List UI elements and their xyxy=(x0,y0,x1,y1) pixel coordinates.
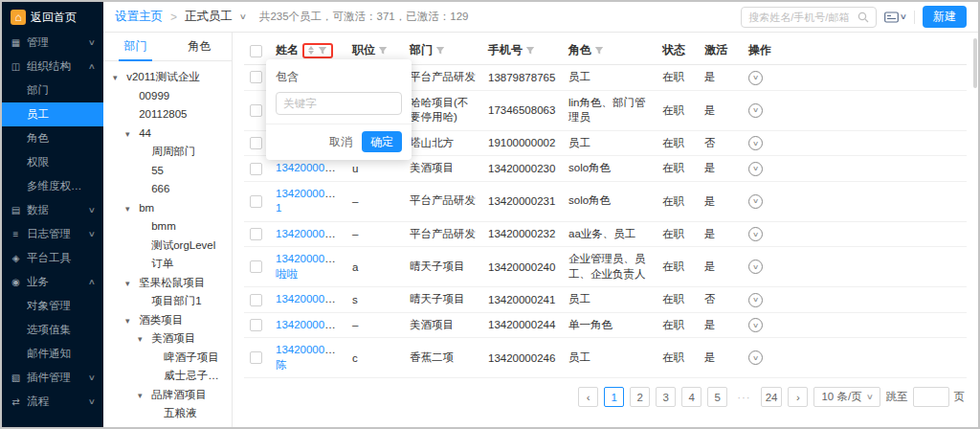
org-panel-tab[interactable]: 角色 xyxy=(167,33,232,60)
tree-caret-icon[interactable]: ▾ xyxy=(113,69,123,87)
chevron-down-icon[interactable]: ∨ xyxy=(239,12,247,21)
tree-node[interactable]: 测试orgLevel xyxy=(107,237,228,256)
back-home-link[interactable]: ⌂ 返回首页 xyxy=(2,4,103,31)
sidebar-item[interactable]: ▧ 插件管理 ∨ xyxy=(2,366,103,390)
sidebar-item[interactable]: 选项值集 xyxy=(2,318,103,342)
row-checkbox[interactable] xyxy=(250,260,262,273)
sidebar-item[interactable]: ◫ 组织结构 ∧ xyxy=(2,55,103,79)
row-actions-icon[interactable]: ∨ xyxy=(748,194,763,209)
employee-name-link[interactable]: 13420000241 xyxy=(276,293,343,305)
tree-node[interactable]: ▾ bm xyxy=(107,199,228,218)
filter-icon[interactable] xyxy=(435,46,445,56)
row-checkbox[interactable] xyxy=(250,71,262,83)
page-button[interactable]: ··· xyxy=(733,387,755,407)
row-actions-icon[interactable]: ∨ xyxy=(748,162,763,176)
page-button[interactable]: 2 xyxy=(630,387,650,407)
tree-caret-icon[interactable]: ▾ xyxy=(125,275,136,293)
sidebar-item[interactable]: ≡ 日志管理 ∨ xyxy=(2,222,103,246)
row-actions-icon[interactable]: ∨ xyxy=(748,260,763,274)
tree-caret-icon[interactable]: ▾ xyxy=(125,125,136,144)
sidebar-item[interactable]: 部门 xyxy=(2,79,103,102)
page-button[interactable]: 24 xyxy=(761,387,783,407)
tree-node[interactable]: ▾ 美酒项目 xyxy=(107,329,228,349)
employee-name-link[interactable]: 13420000246陈 xyxy=(276,344,343,371)
page-button[interactable]: 4 xyxy=(681,387,702,407)
tree-node[interactable]: ▾ v2011测试企业 xyxy=(107,68,228,87)
tree-caret-icon[interactable]: ▾ xyxy=(138,387,148,405)
column-header-role[interactable]: 角色 xyxy=(568,42,591,58)
row-actions-icon[interactable]: ∨ xyxy=(748,227,763,241)
column-header-name[interactable]: 姓名 xyxy=(276,42,299,58)
search-input[interactable] xyxy=(748,11,854,23)
tree-node[interactable]: 00999 xyxy=(107,87,228,106)
tree-node[interactable]: ▾ Lee xyxy=(107,423,228,428)
tree-node[interactable]: ▾ 坚果松鼠项目 xyxy=(107,274,228,293)
row-actions-icon[interactable]: ∨ xyxy=(748,318,763,332)
create-button[interactable]: 新建 xyxy=(923,6,967,28)
row-actions-icon[interactable]: ∨ xyxy=(748,136,763,150)
employee-name-link[interactable]: 13420000232 xyxy=(276,228,343,239)
page-size-select[interactable]: 10 条/页 ∨ xyxy=(813,387,880,407)
column-header-phone[interactable]: 手机号 xyxy=(488,42,523,58)
tree-node[interactable]: 55 xyxy=(107,162,228,181)
sort-icon[interactable] xyxy=(308,46,314,55)
org-panel-tab[interactable]: 部门 xyxy=(103,33,167,60)
tree-node[interactable]: ▾ 酒类项目 xyxy=(107,311,228,330)
sidebar-item[interactable]: ▤ 数据 ∨ xyxy=(2,198,103,222)
tree-node[interactable]: bmm xyxy=(107,217,228,237)
tree-node[interactable]: 订单 xyxy=(107,255,228,274)
tree-node[interactable]: 啤酒子项目 xyxy=(107,349,228,368)
tree-node[interactable]: 威士忌子项目 xyxy=(107,367,228,386)
tree-caret-icon[interactable]: ▾ xyxy=(125,424,136,428)
row-checkbox[interactable] xyxy=(250,195,262,208)
row-actions-icon[interactable]: ∨ xyxy=(748,103,763,118)
employee-name-link[interactable]: 13420000244 xyxy=(276,319,343,330)
row-actions-icon[interactable]: ∨ xyxy=(748,71,763,85)
sidebar-item[interactable]: 对象管理 xyxy=(2,294,103,318)
row-checkbox[interactable] xyxy=(250,351,262,364)
row-actions-icon[interactable]: ∨ xyxy=(748,293,763,307)
column-header-department[interactable]: 部门 xyxy=(410,42,433,58)
sidebar-item[interactable]: 权限 xyxy=(2,150,103,174)
tree-node[interactable]: ▾ 44 xyxy=(107,124,228,144)
breadcrumb-settings-home[interactable]: 设置主页 xyxy=(115,9,163,25)
sidebar-item[interactable]: 邮件通知 xyxy=(2,342,103,366)
row-checkbox[interactable] xyxy=(250,319,262,331)
sidebar-item[interactable]: 多维度权限管理 xyxy=(2,174,103,198)
sidebar-item[interactable]: ⇄ 流程 ∨ xyxy=(2,390,103,414)
employee-name-link[interactable]: 13420000230 xyxy=(276,162,343,173)
tree-node[interactable]: 五粮液 xyxy=(107,404,228,423)
page-button[interactable]: 5 xyxy=(707,387,727,407)
page-button[interactable]: ‹ xyxy=(578,387,598,407)
filter-keyword-input[interactable] xyxy=(276,92,402,115)
tree-node[interactable]: 20112805 xyxy=(107,105,228,124)
row-actions-icon[interactable]: ∨ xyxy=(748,350,763,365)
sidebar-item[interactable]: ◈ 平台工具 xyxy=(2,246,103,270)
sidebar-item[interactable]: 角色 xyxy=(2,126,103,150)
sidebar-item[interactable]: ▦ 管理 ∨ xyxy=(2,31,103,55)
tree-node[interactable]: 周周部门 xyxy=(107,143,228,162)
row-checkbox[interactable] xyxy=(250,294,262,306)
tree-caret-icon[interactable]: ▾ xyxy=(125,200,136,218)
page-button[interactable]: 3 xyxy=(656,387,676,407)
search-icon[interactable] xyxy=(858,11,869,23)
row-checkbox[interactable] xyxy=(250,104,262,117)
tree-node[interactable]: 项目部门1 xyxy=(107,292,228,311)
column-header-position[interactable]: 职位 xyxy=(352,42,375,58)
filter-confirm-button[interactable]: 确定 xyxy=(362,131,402,152)
scrollbar-thumb[interactable] xyxy=(973,38,977,88)
row-checkbox[interactable] xyxy=(250,163,262,175)
tree-caret-icon[interactable]: ▾ xyxy=(125,312,136,330)
filter-icon[interactable] xyxy=(378,46,388,56)
page-button[interactable]: 1 xyxy=(604,387,624,407)
filter-icon[interactable] xyxy=(594,46,604,56)
tree-node[interactable]: ▾ 品牌酒项目 xyxy=(107,386,228,405)
page-button[interactable]: › xyxy=(788,387,808,407)
sidebar-item[interactable]: ◉ 业务 ∧ xyxy=(2,270,103,294)
filter-condition-label[interactable]: 包含 xyxy=(276,69,402,85)
jump-page-input[interactable] xyxy=(913,387,949,407)
row-checkbox[interactable] xyxy=(250,228,262,240)
id-card-view-toggle[interactable]: ∨ xyxy=(884,11,906,23)
filter-icon[interactable] xyxy=(318,46,327,56)
row-checkbox[interactable] xyxy=(250,137,262,149)
